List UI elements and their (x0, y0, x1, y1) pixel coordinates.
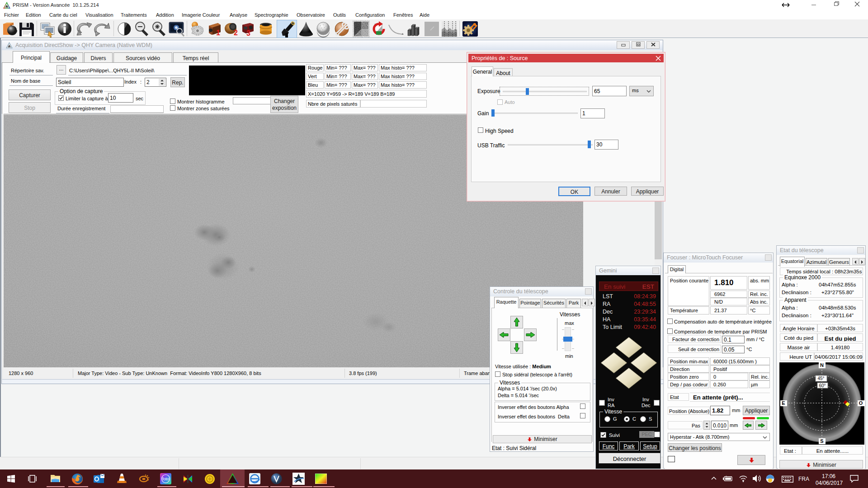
svg-text:1: 1 (216, 29, 220, 37)
svg-text:O: O (859, 400, 863, 406)
svg-text:2: 2 (234, 29, 238, 37)
svg-text:45°: 45° (817, 376, 824, 381)
svg-text:S: S (820, 438, 823, 444)
svg-text:3: 3 (246, 29, 250, 37)
svg-text:N: N (820, 362, 824, 368)
svg-text:foto: foto (162, 477, 169, 481)
svg-text:60°: 60° (819, 383, 826, 388)
svg-text:E: E (782, 400, 785, 406)
